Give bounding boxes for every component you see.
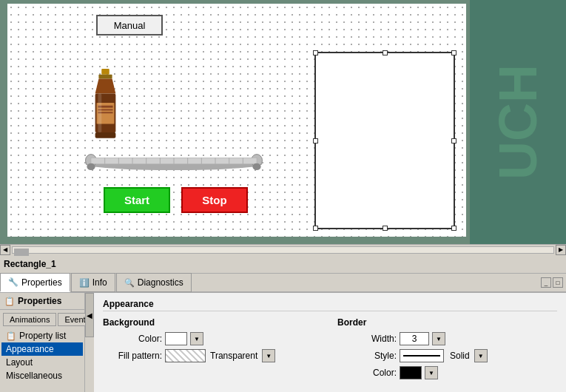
border-style-dropdown[interactable]: ▼ — [474, 349, 488, 362]
diagnostics-tab-label: Diagnostics — [138, 277, 183, 288]
conveyor-icon — [81, 150, 266, 171]
handle-middle-right[interactable] — [451, 138, 456, 143]
nav-layout[interactable]: Layout — [1, 356, 83, 369]
bottle-container — [89, 69, 129, 161]
miscellaneous-label: Miscellaneous — [6, 371, 62, 381]
handle-top-center[interactable] — [383, 50, 388, 55]
handle-bottom-center[interactable] — [383, 226, 388, 231]
rectangle-selection[interactable] — [314, 52, 455, 229]
info-tab-icon: ℹ️ — [79, 278, 90, 288]
svg-rect-0 — [101, 69, 110, 75]
tabs-bar: 🔧 Properties ℹ️ Info 🔍 Diagnostics _ □ — [0, 274, 566, 293]
border-group-title: Border — [337, 317, 557, 328]
nav-property-list[interactable]: 📋 Property list — [1, 329, 83, 342]
right-panel-text: UCH — [488, 64, 548, 180]
scroll-track[interactable] — [12, 246, 554, 254]
svg-point-25 — [87, 163, 95, 170]
nav-appearance[interactable]: Appearance — [1, 342, 83, 356]
appearance-label: Appearance — [6, 344, 54, 354]
border-style-box[interactable] — [400, 349, 444, 362]
border-width-input[interactable] — [400, 332, 429, 345]
handle-top-left[interactable] — [313, 50, 318, 55]
object-name-bar: Rectangle_1 — [0, 254, 566, 274]
border-group: Border Width: ▼ Style: Solid ▼ — [337, 317, 557, 383]
bottle-icon — [89, 69, 122, 150]
scroll-right-button[interactable]: ▶ — [556, 245, 566, 255]
properties-tab-icon: 🔧 — [8, 277, 18, 287]
fill-pattern-dropdown[interactable]: ▼ — [262, 349, 275, 362]
background-color-dropdown[interactable]: ▼ — [190, 332, 203, 345]
fill-pattern-value: Transparent — [210, 351, 257, 361]
scroll-left-button[interactable]: ◀ — [0, 245, 10, 255]
tab-properties[interactable]: 🔧 Properties — [0, 273, 70, 292]
svg-rect-7 — [95, 132, 116, 138]
border-style-row: Style: Solid ▼ — [337, 349, 557, 362]
scroll-thumb[interactable] — [14, 249, 29, 256]
sub-tab-animations[interactable]: Animations — [3, 313, 56, 326]
border-width-row: Width: ▼ — [337, 332, 557, 345]
design-canvas[interactable]: Manual — [7, 4, 466, 237]
border-style-value: Solid — [450, 351, 470, 361]
properties-header-label: Properties — [18, 296, 61, 306]
diagnostics-tab-icon: 🔍 — [124, 278, 135, 288]
border-color-row: Color: ▼ — [337, 366, 557, 379]
border-color-box[interactable] — [400, 366, 422, 379]
sub-tabs: Animations Events — [0, 310, 84, 326]
svg-point-26 — [252, 163, 260, 170]
minimize-button[interactable]: _ — [541, 277, 551, 288]
collapse-arrow[interactable]: ◀ — [85, 293, 94, 337]
fill-pattern-row: Fill pattern: Transparent ▼ — [103, 349, 323, 362]
border-width-dropdown[interactable]: ▼ — [432, 332, 445, 345]
border-width-label: Width: — [337, 334, 397, 344]
info-tab-label: Info — [92, 277, 107, 288]
manual-button[interactable]: Manual — [96, 15, 163, 36]
layout-label: Layout — [6, 357, 33, 368]
tab-info[interactable]: ℹ️ Info — [71, 273, 115, 292]
property-list-label: Property list — [19, 331, 66, 341]
background-group-title: Background — [103, 317, 323, 328]
color-label: Color: — [103, 334, 162, 344]
border-color-label: Color: — [337, 368, 397, 378]
horizontal-scrollbar[interactable]: ◀ ▶ — [0, 244, 566, 254]
properties-sidebar: 📋 Properties Animations Events 📋 Propert… — [0, 293, 85, 392]
handle-middle-left[interactable] — [313, 138, 318, 143]
start-button[interactable]: Start — [104, 187, 170, 213]
style-line-inner — [403, 355, 440, 356]
svg-rect-8 — [98, 93, 101, 132]
canvas-area: Manual — [0, 0, 566, 244]
properties-content: Appearance Background Color: ▼ Fill patt… — [94, 293, 566, 392]
fill-pattern-label: Fill pattern: — [103, 351, 162, 361]
background-color-box[interactable] — [165, 332, 187, 345]
border-style-label: Style: — [337, 351, 397, 361]
border-color-dropdown[interactable]: ▼ — [425, 366, 438, 379]
fill-pattern-box[interactable] — [165, 349, 206, 362]
stop-button[interactable]: Stop — [181, 187, 248, 213]
maximize-button[interactable]: □ — [553, 277, 563, 288]
nav-miscellaneous[interactable]: Miscellaneous — [1, 369, 83, 382]
svg-rect-1 — [98, 75, 112, 79]
object-name-label: Rectangle_1 — [4, 259, 56, 269]
handle-top-right[interactable] — [451, 50, 456, 55]
properties-header-icon: 📋 — [4, 297, 15, 306]
right-decorative-panel: UCH — [470, 0, 566, 244]
color-row: Color: ▼ — [103, 332, 323, 345]
appearance-section-title: Appearance — [103, 299, 557, 311]
tab-diagnostics[interactable]: 🔍 Diagnostics — [116, 273, 192, 292]
conveyor-belt — [81, 150, 266, 171]
props-two-columns: Background Color: ▼ Fill pattern: Transp… — [103, 317, 557, 383]
handle-bottom-left[interactable] — [313, 226, 318, 231]
properties-panel: 📋 Properties Animations Events 📋 Propert… — [0, 293, 566, 392]
nav-items: 📋 Property list Appearance Layout Miscel… — [0, 326, 84, 385]
window-controls: _ □ — [541, 277, 566, 288]
property-list-icon: 📋 — [6, 331, 16, 341]
bottom-panel: Rectangle_1 🔧 Properties ℹ️ Info 🔍 Diagn… — [0, 254, 566, 392]
background-group: Background Color: ▼ Fill pattern: Transp… — [103, 317, 323, 383]
properties-tab-label: Properties — [21, 277, 62, 288]
handle-bottom-right[interactable] — [451, 226, 456, 231]
properties-header: 📋 Properties — [0, 293, 84, 310]
